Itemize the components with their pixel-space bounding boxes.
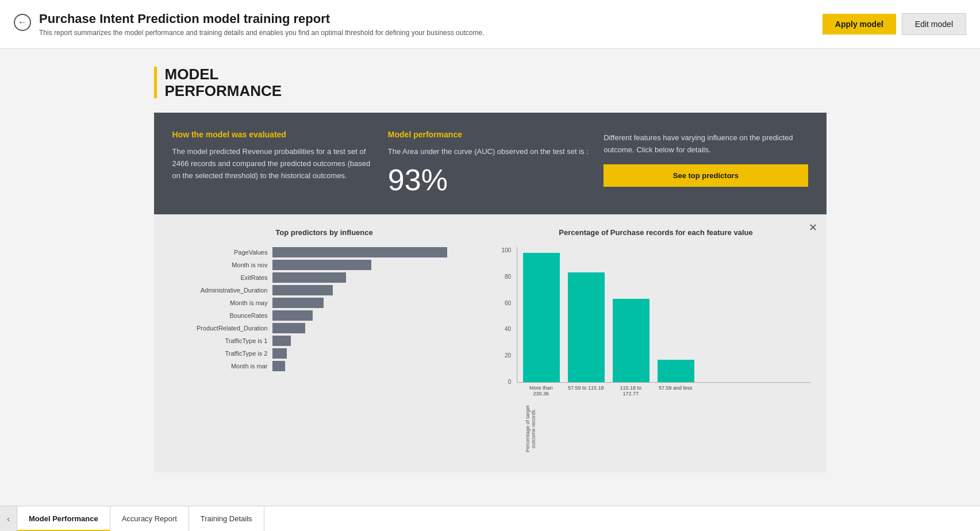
y-tick: 80 [505,274,513,280]
bar-fill [272,247,447,257]
bar-label: TrafficType is 1 [170,337,268,344]
charts-grid: Top predictors by influence PageValuesMo… [170,228,810,459]
bar-track [272,348,479,359]
y-tick: 100 [502,247,514,253]
bar-col [658,360,694,382]
back-button[interactable]: ← [14,14,31,31]
info-col-3: Different features have varying influenc… [604,130,808,197]
bar-track [272,247,479,257]
bottom-tabs: ‹ Model PerformanceAccuracy ReportTraini… [0,506,980,531]
bar-fill [272,285,333,295]
info-col2-body: The Area under the curve (AUC) observed … [388,146,592,158]
right-bars-container [517,247,810,383]
bar-label: PageValues [170,249,268,256]
header: ← Purchase Intent Prediction model train… [0,0,980,49]
section-title-bar: MODEL PERFORMANCE [154,66,827,99]
main-content: MODEL PERFORMANCE How the model was eval… [0,49,980,506]
bar-col [568,272,605,382]
bar-label: Month is mar [170,363,268,370]
bar-track [272,310,479,321]
bar-track [272,272,479,283]
bar-col [523,253,560,382]
y-tick: 0 [508,379,514,385]
section-title: MODEL PERFORMANCE [165,66,282,99]
bar-row: PageValues [170,247,479,257]
bar-track [272,323,479,333]
bar-label: Administrative_Duration [170,287,268,294]
section-title-line2: PERFORMANCE [165,82,282,99]
bar-label: BounceRates [170,312,268,319]
info-card: How the model was evaluated The model pr… [154,113,827,214]
bar-row: Month is may [170,298,479,308]
bar-row: BounceRates [170,310,479,321]
header-left: ← Purchase Intent Prediction model train… [14,11,484,37]
auc-value: 93% [388,163,592,197]
y-tick: 40 [505,326,513,332]
tab-label: Model Performance [29,514,98,523]
info-col3-body: Different features have varying influenc… [604,132,808,156]
see-top-predictors-button[interactable]: See top predictors [604,164,808,187]
right-chart-area: More than 230.3657.59 to 115.18115.18 to… [517,247,810,397]
info-col2-title: Model performance [388,130,592,139]
bar-col [613,299,650,382]
bar-row: TrafficType is 2 [170,348,479,359]
x-label: More than 230.36 [522,385,559,397]
tab-item[interactable]: Accuracy Report [110,506,189,532]
x-labels: More than 230.3657.59 to 115.18115.18 to… [517,383,810,397]
x-label: 115.18 to 172.77 [612,385,649,397]
info-col1-body: The model predicted Revenue probabilitie… [172,146,376,182]
tab-item[interactable]: Training Details [189,506,264,532]
chart-panel: ✕ Top predictors by influence PageValues… [154,214,827,472]
header-actions: Apply model Edit model [823,13,966,35]
left-chart: Top predictors by influence PageValuesMo… [170,228,479,459]
tab-label: Training Details [201,514,252,523]
y-label-text: Percentage of target outcome records [525,400,536,457]
bar-label: ProductRelated_Duration [170,325,268,332]
y-tick: 20 [505,352,513,359]
bar-row: Administrative_Duration [170,285,479,295]
bar-fill [272,348,287,359]
bar-row: Month is nov [170,260,479,270]
x-label: 57.59 and less [657,385,694,397]
y-axis: 100806040200 [502,247,517,397]
page-subtitle: This report summarizes the model perform… [39,29,484,37]
bar-track [272,361,479,371]
bar-track [272,285,479,295]
info-col1-title: How the model was evaluated [172,130,376,139]
bar-fill [272,323,306,333]
y-tick: 60 [505,300,513,306]
bar-label: TrafficType is 2 [170,350,268,357]
bar-row: Month is mar [170,361,479,371]
info-col-2: Model performance The Area under the cur… [388,130,592,197]
yellow-accent-bar [154,67,157,98]
bar-label: Month is nov [170,261,268,268]
left-bar-chart: PageValuesMonth is novExitRatesAdministr… [170,247,479,374]
left-chart-title: Top predictors by influence [170,228,479,237]
right-chart-title: Percentage of Purchase records for each … [502,228,810,237]
header-title-block: Purchase Intent Prediction model trainin… [39,11,484,37]
bar-fill [272,260,372,270]
info-col-1: How the model was evaluated The model pr… [172,130,376,197]
close-button[interactable]: ✕ [809,221,817,234]
tab-item[interactable]: Model Performance [17,506,110,532]
bar-label: Month is may [170,299,268,306]
report-container: MODEL PERFORMANCE How the model was eval… [131,66,850,472]
bar-fill [272,310,313,321]
page-title: Purchase Intent Prediction model trainin… [39,11,484,26]
bar-fill [272,298,324,308]
tabs-container: Model PerformanceAccuracy ReportTraining… [17,506,264,532]
edit-model-button[interactable]: Edit model [902,13,966,35]
apply-model-button[interactable]: Apply model [823,14,896,34]
bar-fill [272,361,285,371]
tab-scroll-left[interactable]: ‹ [0,506,17,532]
x-label: 57.59 to 115.18 [567,385,604,397]
bar-label: ExitRates [170,274,268,281]
tab-label: Accuracy Report [122,514,177,523]
bar-track [272,298,479,308]
section-title-line1: MODEL [165,66,219,83]
bar-row: TrafficType is 1 [170,336,479,346]
bar-track [272,260,479,270]
bar-fill [272,272,346,283]
bar-row: ExitRates [170,272,479,283]
y-axis-rotated-label: Percentage of target outcome records [525,400,810,459]
